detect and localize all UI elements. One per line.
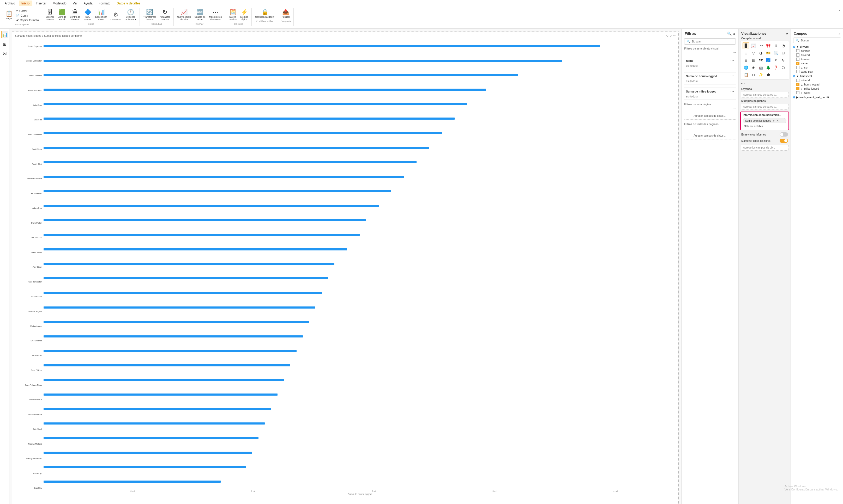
transformar-datos-button[interactable]: 🔄 Transformardatos ▾ (142, 8, 157, 22)
wage-plan-checkbox[interactable] (796, 70, 799, 73)
viz-bar-icon[interactable]: ▊ (743, 42, 750, 49)
viz-kpi-icon[interactable]: 📉 (772, 50, 779, 56)
chart-more-icon[interactable]: ⋯ (673, 34, 676, 37)
bar-row[interactable] (44, 74, 676, 77)
bar-row[interactable] (44, 219, 676, 222)
fields-search-box[interactable]: 🔍 (793, 37, 841, 43)
bar-row[interactable] (44, 291, 676, 294)
viz-decomp-icon[interactable]: 🌲 (765, 64, 772, 71)
menu-modelado[interactable]: Modelado (50, 1, 69, 6)
bar-row[interactable] (44, 451, 676, 454)
fields-expand-icon[interactable]: » (839, 32, 840, 35)
viz-map-icon[interactable]: 🗺 (757, 57, 764, 64)
menu-insertar[interactable]: Insertar (33, 1, 49, 6)
bar-row[interactable] (44, 379, 676, 381)
chart-focus-icon[interactable]: ⤢ (670, 34, 672, 37)
page-add-fields-button[interactable]: Agregar campos de datos ... (684, 112, 736, 120)
viz-py-icon[interactable]: Py (780, 57, 787, 64)
bar-row[interactable] (44, 161, 676, 164)
filter-hours-dots[interactable]: ⋯ (730, 74, 734, 78)
agregar-campos-drop[interactable]: Agrege los campos de ob... (741, 145, 789, 151)
viz-more-dots[interactable]: ⋯ (739, 80, 791, 87)
bar-row[interactable] (44, 277, 676, 280)
viz-custom-icon[interactable]: ⬡ (780, 64, 787, 71)
field-location[interactable]: location (791, 57, 843, 61)
tooltip-chip-caret[interactable]: ∨ (773, 119, 775, 122)
drivers-group-header[interactable]: ⊞ ▼ drivers (791, 45, 843, 49)
bar-row[interactable] (44, 364, 676, 367)
viz-combo-icon[interactable]: ⊞ (743, 50, 750, 56)
entre-informes-toggle[interactable] (780, 132, 788, 137)
viz-qna-icon[interactable]: ❓ (772, 64, 779, 71)
chart-filter-icon[interactable]: ▽ (666, 34, 669, 37)
viz-gauge-icon[interactable]: ◑ (757, 50, 764, 56)
bar-row[interactable] (44, 466, 676, 469)
truck-group-header[interactable]: ⊞ ▶ truck_event_text_partiti... (791, 95, 843, 99)
confidencialidad-button[interactable]: 🔒 Confidencialidad ▾ (254, 8, 276, 19)
viz-expand-icon[interactable]: » (786, 32, 788, 35)
bar-row[interactable] (44, 103, 676, 106)
pegar-button[interactable]: 📋 Pegar (4, 10, 14, 21)
name-checkbox[interactable] (796, 62, 799, 65)
ribbon-collapse-icon[interactable]: ⌃ (838, 10, 841, 14)
menu-ver[interactable]: Ver (70, 1, 80, 6)
filter-search-icon[interactable]: 🔍 (727, 32, 732, 36)
menu-ayuda[interactable]: Ayuda (81, 1, 95, 6)
field-miles-logged[interactable]: ∑ miles-logged (791, 87, 843, 91)
timesheet-group-header[interactable]: ⊞ ▼ timesheet (791, 74, 843, 78)
bar-row[interactable] (44, 480, 676, 483)
origenes-recientes-button[interactable]: 🕐 Orígenesrecientes ▾ (123, 8, 137, 22)
bar-row[interactable] (44, 393, 676, 396)
copiar-formato-button[interactable]: 🖌 Copiar formato (15, 18, 40, 22)
hours-logged-checkbox[interactable] (796, 83, 799, 86)
bar-row[interactable] (44, 146, 676, 149)
viz-filled-map-icon[interactable]: 🗾 (765, 57, 772, 64)
medida-rapida-button[interactable]: ⚡ Medidarápida (239, 8, 250, 22)
viz-shapes-icon[interactable]: ◈ (750, 64, 757, 71)
driverid-checkbox[interactable] (796, 53, 799, 57)
page-filter-dots[interactable]: ⋯ (682, 106, 738, 110)
bar-row[interactable] (44, 335, 676, 338)
leyenda-drop-zone[interactable]: Agregar campos de datos a... (741, 92, 789, 98)
certified-checkbox[interactable] (796, 49, 799, 52)
filter-name-header[interactable]: name ⋯ (684, 57, 736, 65)
viz-card-icon[interactable]: 🎫 (765, 50, 772, 56)
bar-row[interactable] (44, 204, 676, 207)
copia-button[interactable]: 📄 Copia (15, 13, 40, 18)
filter-expand-icon[interactable]: » (733, 32, 735, 36)
bar-row[interactable] (44, 132, 676, 135)
centro-datos-button[interactable]: 🏛 Centro dedatos ▾ (69, 8, 82, 22)
field-wage-plan[interactable]: wage-plan (791, 70, 843, 74)
actualizar-datos-button[interactable]: ↻ Actualizardatos ▾ (158, 8, 171, 22)
obtener-detalles-button[interactable]: Obtener detalles (742, 124, 788, 129)
menu-datos[interactable]: Datos y detalles (114, 1, 143, 6)
obtener-datos-button[interactable]: 🗄 Obtenerdatos ▾ (44, 8, 55, 22)
model-view-icon[interactable]: ⋈ (1, 50, 8, 57)
visual-filter-dots[interactable]: ⋯ (682, 51, 738, 55)
viz-table-icon[interactable]: ⊟ (780, 50, 787, 56)
week-checkbox[interactable] (796, 91, 799, 94)
field-week[interactable]: ∑ week (791, 91, 843, 95)
bar-row[interactable] (44, 263, 676, 265)
field-ssn[interactable]: ∑ ssn (791, 66, 843, 70)
bar-row[interactable] (44, 422, 676, 425)
viz-scatter-icon[interactable]: ⁝⁝ (772, 42, 779, 49)
especificar-datos-button[interactable]: 📊 Especificardatos (94, 8, 108, 22)
viz-area-icon[interactable]: 〰 (757, 42, 764, 49)
bar-row[interactable] (44, 233, 676, 236)
bar-row[interactable] (44, 117, 676, 120)
viz-paginated-icon[interactable]: 📋 (743, 71, 750, 78)
fields-search-input[interactable] (801, 39, 839, 42)
all-add-fields-button[interactable]: Agregar campos de datos ... (684, 132, 736, 140)
publicar-button[interactable]: 📤 Publicar (280, 8, 292, 19)
viz-line-icon[interactable]: 📈 (750, 42, 757, 49)
bar-row[interactable] (44, 408, 676, 411)
field-name[interactable]: name (791, 61, 843, 66)
chart-container[interactable]: Suma de hours-logged y Suma de miles-log… (12, 32, 679, 504)
menu-formato[interactable]: Formato (96, 1, 113, 6)
menu-inicio[interactable]: Inicio (19, 1, 32, 6)
cuadro-texto-button[interactable]: 🔤 Cuadro detexto (193, 8, 207, 22)
bar-row[interactable] (44, 88, 676, 91)
bar-row[interactable] (44, 248, 676, 251)
viz-funnel-icon[interactable]: ▽ (750, 50, 757, 56)
